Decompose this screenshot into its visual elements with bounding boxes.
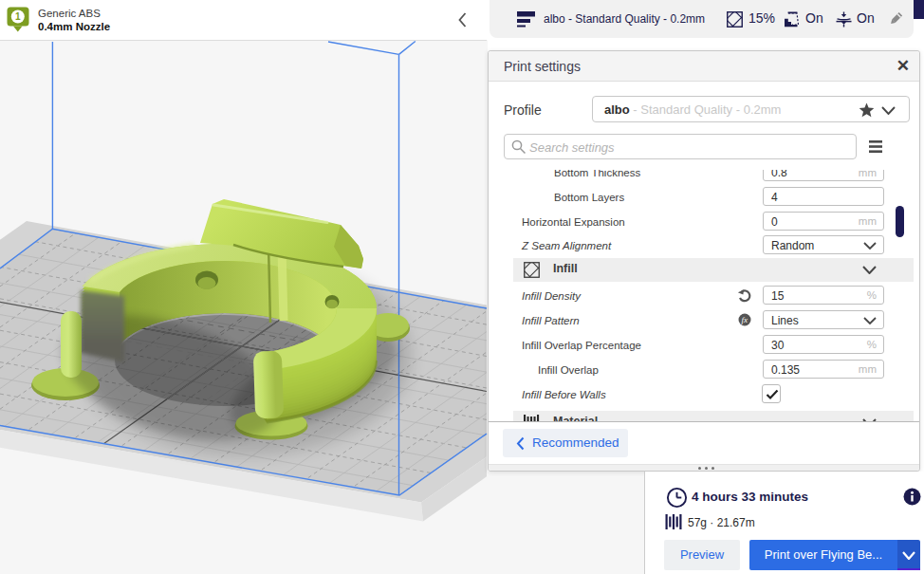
svg-text:1: 1: [15, 11, 21, 22]
svg-text:fx: fx: [742, 315, 748, 324]
